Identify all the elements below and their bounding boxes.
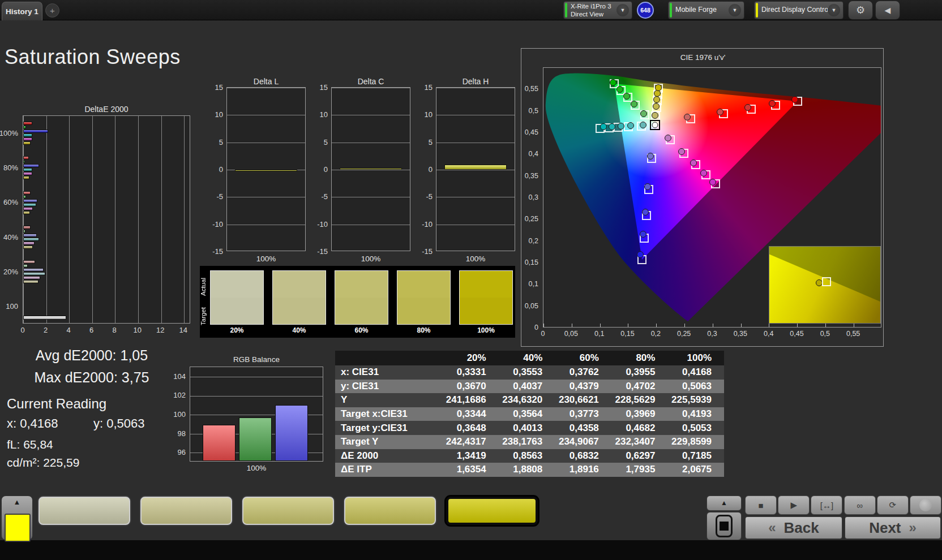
results-table: 20%40%60%80%100% x: CIE310,33310,35530,3…	[335, 351, 724, 477]
deltaL-y-tick: -5	[216, 192, 223, 201]
table-cell: 0,3670	[442, 380, 499, 394]
table-cell: 1,6354	[442, 463, 499, 477]
deltaC-bar	[340, 168, 402, 170]
table-row: ΔE ITP1,63541,88081,89161,79352,0675	[335, 463, 724, 477]
de2000-bar	[23, 276, 40, 279]
deltaC-y-tick: 5	[324, 137, 328, 146]
cie-y-tick: 0,25	[525, 215, 538, 223]
de2000-bar	[23, 316, 66, 320]
patch-swatch	[210, 270, 264, 325]
chevron-down-icon[interactable]: ▼	[828, 4, 840, 16]
patch-strip-swatch[interactable]	[38, 497, 130, 525]
back-button[interactable]: « Back	[745, 516, 842, 539]
current-patch-swatch[interactable]	[5, 514, 31, 542]
patch-strip-swatch[interactable]	[344, 497, 436, 525]
cie-measured-point	[647, 153, 654, 160]
table-row: Y241,1686234,6320230,6621228,5629225,593…	[335, 393, 724, 407]
table-row-label: ΔE ITP	[335, 463, 442, 477]
stop-button[interactable]: ■	[745, 496, 777, 515]
exposure-badge[interactable]: 648	[637, 2, 654, 19]
deltaH-y-tick: 10	[425, 110, 433, 119]
table-cell: 238,1763	[499, 435, 555, 449]
table-column-header: 40%	[499, 351, 555, 365]
cie-measured-point	[654, 90, 661, 97]
table-row-label: Target x:CIE31	[335, 407, 442, 421]
deltaL-y-tick: -10	[212, 219, 223, 228]
table-cell: 1,8808	[499, 463, 555, 477]
table-cell: 0,3773	[555, 407, 611, 421]
table-cell: 0,3969	[611, 407, 668, 421]
play-button[interactable]: ▶	[778, 496, 810, 515]
cie-measured-point	[623, 93, 630, 100]
test-window-button[interactable]	[706, 512, 742, 540]
patch-strip-swatch[interactable]	[446, 497, 538, 525]
cie-y-tick: 0,55	[525, 85, 538, 93]
patch-strip-swatch[interactable]	[242, 497, 334, 525]
add-tab-button[interactable]: +	[45, 3, 59, 18]
deltaL-y-tick: -15	[212, 247, 223, 255]
rgb-y-tick: 102	[173, 391, 186, 399]
meter-dropdown[interactable]: X-Rite i1Pro 3 Direct View ▼	[563, 1, 632, 19]
patch-strip-swatch[interactable]	[140, 497, 232, 525]
cie-y-tick: 0	[534, 324, 538, 331]
table-row-label: y: CIE31	[335, 380, 442, 394]
de2000-x-tick: 2	[44, 326, 48, 334]
current-y-readout: y: 0,5063	[93, 416, 145, 431]
de2000-bar	[23, 141, 31, 145]
refresh-button[interactable]: ⟳	[877, 496, 909, 515]
step-button[interactable]: [↔]	[811, 496, 842, 515]
de2000-bar	[23, 133, 32, 137]
de2000-x-axis: 02468101214	[23, 326, 192, 336]
cie-axis-ticks	[543, 324, 881, 327]
cie-x-tick: 0,3	[707, 330, 717, 338]
source-status-accent	[670, 3, 672, 18]
table-cell: 225,5939	[667, 393, 724, 407]
chevron-down-icon[interactable]: ▼	[729, 4, 741, 16]
cie-y-axis: 0,550,50,450,40,350,30,250,20,150,10,050	[521, 67, 541, 328]
chevron-down-icon[interactable]: ▼	[616, 4, 629, 16]
de2000-bar	[23, 203, 36, 206]
continuous-button[interactable]: ∞	[844, 496, 876, 515]
deltaH-bar	[444, 165, 507, 170]
cie-measured-point	[791, 96, 798, 103]
cie-y-tick: 0,4	[529, 150, 538, 158]
cie-measured-point	[690, 160, 697, 166]
table-cell: 0,5053	[667, 421, 724, 435]
deltaH-y-axis: 151050-5-10-15	[417, 87, 434, 251]
deltaL-x-label: 100%	[226, 255, 306, 263]
next-button[interactable]: Next »	[845, 516, 941, 539]
deltaH-x-label: 100%	[436, 255, 515, 263]
cie-measured-point	[637, 251, 644, 258]
cie-y-tick: 0,3	[529, 193, 538, 201]
de2000-bar-group	[23, 220, 190, 255]
de2000-bar	[23, 156, 29, 160]
de2000-x-tick: 14	[179, 326, 187, 334]
table-cell: 228,5629	[611, 393, 668, 407]
deltaH-y-tick: 15	[425, 83, 433, 92]
cie-y-tick: 0,1	[529, 280, 538, 288]
table-row-label: Y	[335, 393, 442, 407]
cie-y-tick: 0,15	[525, 259, 538, 266]
display-control-dropdown[interactable]: Direct Display Control ▼	[754, 1, 843, 19]
deltaC-title: Delta C	[320, 77, 422, 86]
window-expand-button[interactable]: ▲	[706, 496, 742, 511]
settings-button[interactable]: ⚙	[848, 1, 873, 20]
de2000-bar	[23, 238, 39, 241]
table-cell: 0,6297	[611, 449, 668, 463]
table-cell: 0,4358	[555, 421, 611, 435]
deltaH-y-tick: 5	[429, 137, 433, 146]
deltaL-chart	[226, 87, 306, 251]
tab-history-1[interactable]: History 1	[2, 2, 42, 20]
cie-y-tick: 0,35	[525, 172, 538, 180]
source-dropdown[interactable]: Mobile Forge ▼	[668, 1, 744, 19]
cie-measured-point	[644, 183, 651, 190]
cie-measured-point	[609, 123, 615, 130]
record-button[interactable]	[910, 496, 941, 515]
rgb-balance-x-label: 100%	[190, 464, 323, 472]
de2000-x-tick: 4	[66, 326, 70, 334]
cie-y-tick: 0,45	[525, 128, 538, 136]
table-cell: 229,8599	[667, 435, 724, 449]
collapse-panel-button[interactable]: ◀	[875, 1, 900, 20]
cie-measured-point	[678, 148, 685, 155]
cie-x-tick: 0,2	[651, 330, 661, 338]
